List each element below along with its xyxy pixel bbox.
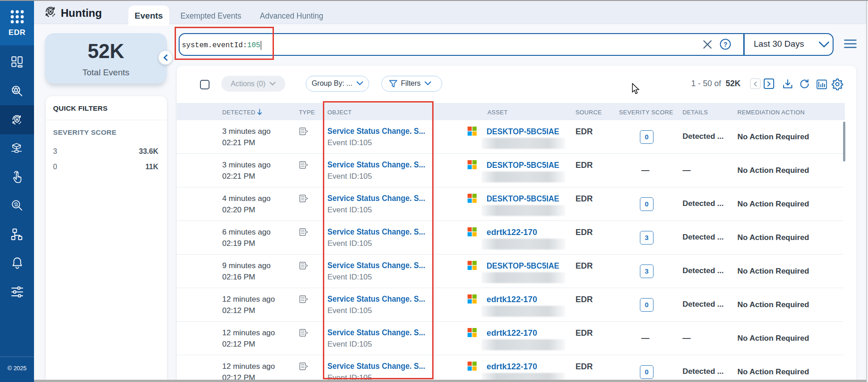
svg-text:?: ? [723,41,727,48]
